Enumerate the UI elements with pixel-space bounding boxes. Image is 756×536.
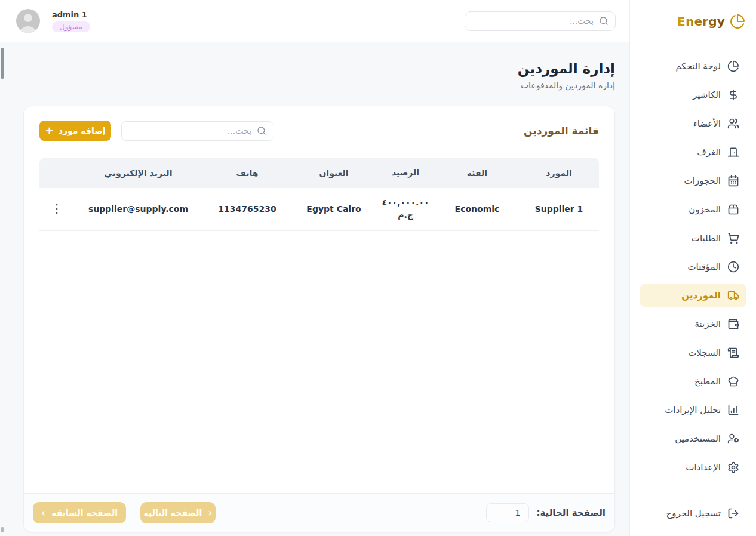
sidebar-item-label: الطلبات (692, 233, 721, 244)
sidebar-item-label: الأعضاء (693, 118, 721, 129)
sidebar-item-label: الغرف (697, 147, 721, 158)
sidebar-item-cashier[interactable]: الكاشير (640, 83, 746, 107)
truck-icon (727, 289, 739, 301)
app-root: Energy لوحة التحكمالكاشيرالأعضاءالغرفالح… (0, 0, 756, 536)
cell-balance: ٤٠٠,٠٠٠.٠٠ ج.م (376, 194, 435, 224)
page-subtitle: إدارة الموردين والمدفوعات (23, 81, 615, 90)
dollar-icon (727, 89, 739, 101)
user-meta: admin 1 مسؤول (52, 10, 90, 32)
table-empty-space (39, 231, 599, 493)
cell-category: Economic (435, 202, 519, 216)
suppliers-search-input[interactable] (121, 121, 273, 141)
vertical-scrollbar[interactable] (0, 42, 5, 536)
sidebar-item-label: المستخدمين (675, 433, 721, 444)
plus-icon: + (45, 126, 53, 136)
search-icon (257, 126, 266, 135)
table-header-row: الموردالفئةالرصيدالعنوانهاتفالبريد الإلك… (39, 158, 599, 188)
sidebar-item-reservations[interactable]: الحجوزات (640, 169, 746, 193)
sidebar-item-label: المطبخ (694, 376, 721, 387)
chevron-left-icon: ‹ (41, 507, 45, 518)
app-logo-text: Energy (677, 14, 725, 29)
sidebar-item-rooms[interactable]: الغرف (640, 140, 746, 164)
sidebar-nav: لوحة التحكمالكاشيرالأعضاءالغرفالحجوزاتال… (630, 42, 756, 494)
sidebar-item-label: المؤقتات (687, 261, 721, 272)
sidebar-item-revenue-analysis[interactable]: تحليل الإيرادات (640, 398, 746, 422)
cell-supplier: Supplier 1 (519, 202, 599, 216)
user-block: admin 1 مسؤول (16, 9, 90, 33)
column-header-actions (39, 171, 74, 175)
column-header-category: الفئة (435, 166, 519, 180)
users-icon (727, 118, 739, 130)
user-cog-icon (727, 433, 739, 445)
clock-icon (727, 261, 739, 273)
pie-chart-logo-icon (730, 14, 745, 29)
sidebar-item-timers[interactable]: المؤقتات (640, 255, 746, 279)
sidebar-item-settings[interactable]: الإعدادات (640, 455, 746, 479)
door-icon (727, 146, 739, 158)
suppliers-search (121, 121, 273, 141)
chevron-right-icon: › (208, 507, 212, 518)
sidebar-item-kitchen[interactable]: المطبخ (640, 369, 746, 393)
scrollbar-thumb[interactable] (1, 48, 4, 79)
calendar-icon (727, 175, 739, 187)
add-supplier-button[interactable]: + إضافة مورد (39, 121, 111, 141)
settings-icon (727, 461, 739, 473)
logout-button[interactable]: تسجيل الخروج (630, 501, 756, 525)
sidebar-item-orders[interactable]: الطلبات (640, 226, 746, 250)
logo-link[interactable]: Energy (630, 0, 756, 42)
sidebar-item-treasury[interactable]: الخزينة (640, 312, 746, 336)
logout-label: تسجيل الخروج (666, 508, 721, 519)
person-icon (16, 9, 40, 33)
column-header-phone: هاتف (202, 166, 292, 180)
sidebar-item-label: الإعدادات (686, 462, 721, 473)
sidebar-item-label: لوحة التحكم (675, 61, 721, 72)
global-search (465, 11, 616, 31)
sidebar-item-suppliers[interactable]: الموردين (640, 284, 746, 307)
scroll-icon (727, 347, 739, 359)
prev-page-button[interactable]: ‹ الصفحة السابقة (33, 502, 126, 523)
log-out-icon (727, 507, 739, 519)
sidebar: Energy لوحة التحكمالكاشيرالأعضاءالغرفالح… (629, 0, 756, 536)
sidebar-divider (630, 494, 756, 494)
next-page-button[interactable]: الصفحة التالية › (140, 502, 216, 523)
avatar (16, 9, 40, 33)
current-page-input[interactable] (486, 503, 529, 522)
column-header-supplier: المورد (519, 166, 599, 180)
column-header-email: البريد الإلكتروني (74, 166, 202, 180)
sidebar-item-users[interactable]: المستخدمين (640, 427, 746, 451)
sidebar-item-records[interactable]: السجلات (640, 341, 746, 365)
search-icon (599, 16, 609, 26)
page-content: إدارة الموردين إدارة الموردين والمدفوعات… (0, 42, 629, 532)
card-title: قائمة الموردين (524, 125, 599, 137)
package-icon (727, 204, 739, 215)
wallet-icon (727, 318, 739, 330)
sidebar-item-label: تحليل الإيرادات (665, 405, 721, 415)
sidebar-item-inventory[interactable]: المخزون (640, 198, 746, 221)
current-page-label: الصفحة الحالية: (536, 507, 606, 518)
cart-icon (727, 232, 739, 244)
bar-chart-icon (727, 404, 739, 416)
card-header: قائمة الموردين + إضافة مورد (39, 121, 599, 141)
suppliers-card: قائمة الموردين + إضافة مورد الموردالفئةا… (23, 106, 615, 532)
page-title: إدارة الموردين (23, 60, 615, 78)
column-header-address: العنوان (292, 166, 376, 180)
sidebar-item-dashboard[interactable]: لوحة التحكم (640, 54, 746, 78)
pagination-bar: الصفحة الحالية: الصفحة التالية › ‹ الصفح… (24, 493, 614, 532)
sidebar-item-label: الحجوزات (684, 175, 721, 186)
cell-address: Egypt Cairo (292, 202, 376, 216)
role-badge: مسؤول (52, 21, 90, 32)
row-actions-menu[interactable] (50, 202, 64, 216)
global-search-input[interactable] (465, 11, 616, 31)
sidebar-item-members[interactable]: الأعضاء (640, 112, 746, 135)
suppliers-table: الموردالفئةالرصيدالعنوانهاتفالبريد الإلك… (39, 158, 599, 493)
pie-chart-icon (727, 60, 739, 72)
prev-page-label: الصفحة السابقة (51, 508, 118, 517)
table-body: Supplier 1Economic٤٠٠,٠٠٠.٠٠ ج.مEgypt Ca… (39, 188, 599, 231)
sidebar-item-label: المخزون (689, 204, 721, 215)
column-header-balance: الرصيد (376, 164, 435, 182)
sidebar-item-label: السجلات (688, 347, 721, 358)
current-page-group: الصفحة الحالية: (481, 503, 606, 522)
sidebar-item-label: الكاشير (693, 90, 721, 100)
cell-phone: 1134765230 (202, 202, 292, 216)
pager-buttons: الصفحة التالية › ‹ الصفحة السابقة (33, 502, 216, 523)
